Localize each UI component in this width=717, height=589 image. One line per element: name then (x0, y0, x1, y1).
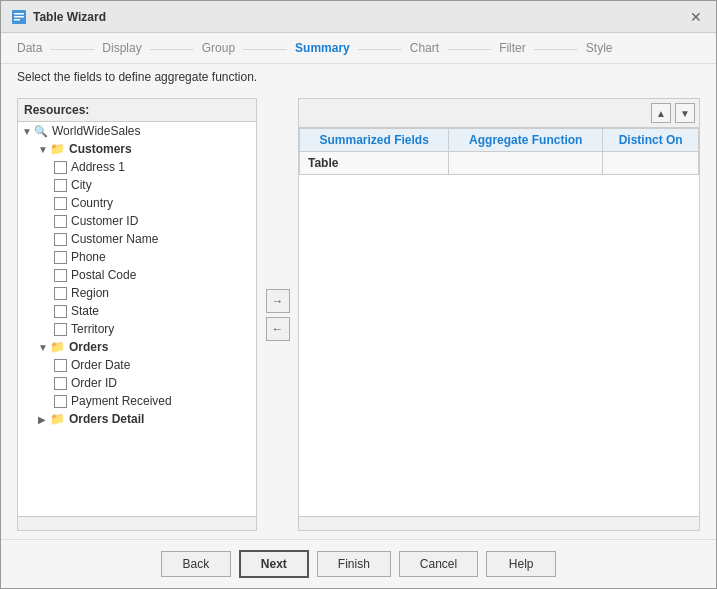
tree-item-phone[interactable]: Phone (18, 248, 256, 266)
checkbox-paymentreceived[interactable] (54, 395, 67, 408)
table-row-agg (449, 152, 603, 175)
tree-label-phone: Phone (71, 250, 106, 264)
summary-table: Summarized Fields Aggregate Function Dis… (299, 128, 699, 175)
subtitle: Select the fields to define aggregate fu… (1, 64, 716, 90)
next-button[interactable]: Next (239, 550, 309, 578)
step-style[interactable]: Style (586, 41, 613, 55)
tree-label-territory: Territory (71, 322, 114, 336)
tree-label-orders: Orders (69, 340, 108, 354)
step-data[interactable]: Data (17, 41, 42, 55)
table-row-group: Table (300, 152, 699, 175)
tree-item-region[interactable]: Region (18, 284, 256, 302)
step-chart[interactable]: Chart (410, 41, 439, 55)
resources-label: Resources: (18, 99, 256, 122)
tree-item-city[interactable]: City (18, 176, 256, 194)
summary-table-container[interactable]: Summarized Fields Aggregate Function Dis… (299, 128, 699, 516)
step-group[interactable]: Group (202, 41, 235, 55)
checkbox-country[interactable] (54, 197, 67, 210)
expand-icon-orders: ▼ (38, 342, 50, 353)
move-right-button[interactable]: → (266, 289, 290, 313)
sep-6: ———— (534, 42, 578, 54)
checkbox-address1[interactable] (54, 161, 67, 174)
tree-item-country[interactable]: Country (18, 194, 256, 212)
sep-3: ———— (243, 42, 287, 54)
help-button[interactable]: Help (486, 551, 556, 577)
tree-item-address1[interactable]: Address 1 (18, 158, 256, 176)
checkbox-state[interactable] (54, 305, 67, 318)
checkbox-customername[interactable] (54, 233, 67, 246)
col-header-summarized-fields: Summarized Fields (300, 129, 449, 152)
folder-icon-ordersdetail: 📁 (50, 412, 65, 426)
move-down-button[interactable]: ▼ (675, 103, 695, 123)
move-up-button[interactable]: ▲ (651, 103, 671, 123)
tree-item-state[interactable]: State (18, 302, 256, 320)
wizard-steps: Data ———— Display ———— Group ———— Summar… (1, 33, 716, 64)
table-wizard-dialog: Table Wizard ✕ Data ———— Display ———— Gr… (0, 0, 717, 589)
button-bar: Back Next Finish Cancel Help (1, 539, 716, 588)
step-summary[interactable]: Summary (295, 41, 350, 55)
tree-container[interactable]: ▼ 🔍 WorldWideSales ▼ 📁 Customers Address… (18, 122, 256, 516)
left-horizontal-scrollbar[interactable] (18, 516, 256, 530)
tree-item-ordersdetail[interactable]: ▶ 📁 Orders Detail (18, 410, 256, 428)
middle-arrows: → ← (265, 98, 290, 531)
right-panel: ▲ ▼ Summarized Fields Aggregate Function… (298, 98, 700, 531)
tree-label-address1: Address 1 (71, 160, 125, 174)
tree-item-customers[interactable]: ▼ 📁 Customers (18, 140, 256, 158)
expand-icon-customers: ▼ (38, 144, 50, 155)
col-header-aggregate-function: Aggregate Function (449, 129, 603, 152)
sep-4: ———— (358, 42, 402, 54)
sep-2: ———— (150, 42, 194, 54)
folder-icon-customers: 📁 (50, 142, 65, 156)
tree-item-orders[interactable]: ▼ 📁 Orders (18, 338, 256, 356)
expand-icon: ▼ (22, 126, 34, 137)
tree-label-orderdate: Order Date (71, 358, 130, 372)
tree-label-customername: Customer Name (71, 232, 158, 246)
checkbox-postalcode[interactable] (54, 269, 67, 282)
close-button[interactable]: ✕ (686, 7, 706, 27)
left-panel: Resources: ▼ 🔍 WorldWideSales ▼ 📁 Custom… (17, 98, 257, 531)
sep-1: ———— (50, 42, 94, 54)
expand-icon-ordersdetail: ▶ (38, 414, 50, 425)
tree-label-customerid: Customer ID (71, 214, 138, 228)
wizard-icon (11, 9, 27, 25)
checkbox-city[interactable] (54, 179, 67, 192)
tree-item-customerid[interactable]: Customer ID (18, 212, 256, 230)
tree-item-territory[interactable]: Territory (18, 320, 256, 338)
search-icon: 🔍 (34, 125, 48, 138)
checkbox-territory[interactable] (54, 323, 67, 336)
tree-item-orderid[interactable]: Order ID (18, 374, 256, 392)
checkbox-orderdate[interactable] (54, 359, 67, 372)
tree-item-worldwidesales[interactable]: ▼ 🔍 WorldWideSales (18, 122, 256, 140)
tree-label-customers: Customers (69, 142, 132, 156)
table-row-label: Table (300, 152, 449, 175)
tree-label-state: State (71, 304, 99, 318)
tree-label-paymentreceived: Payment Received (71, 394, 172, 408)
tree-label-country: Country (71, 196, 113, 210)
tree-label-region: Region (71, 286, 109, 300)
checkbox-region[interactable] (54, 287, 67, 300)
svg-rect-3 (14, 19, 20, 21)
tree-item-paymentreceived[interactable]: Payment Received (18, 392, 256, 410)
svg-rect-2 (14, 16, 24, 18)
title-bar: Table Wizard ✕ (1, 1, 716, 33)
finish-button[interactable]: Finish (317, 551, 391, 577)
move-left-button[interactable]: ← (266, 317, 290, 341)
tree-item-customername[interactable]: Customer Name (18, 230, 256, 248)
sep-5: ———— (447, 42, 491, 54)
cancel-button[interactable]: Cancel (399, 551, 478, 577)
checkbox-orderid[interactable] (54, 377, 67, 390)
svg-rect-1 (14, 13, 24, 15)
right-top-controls: ▲ ▼ (299, 99, 699, 128)
title-bar-left: Table Wizard (11, 9, 106, 25)
step-filter[interactable]: Filter (499, 41, 526, 55)
tree-item-orderdate[interactable]: Order Date (18, 356, 256, 374)
tree-item-postalcode[interactable]: Postal Code (18, 266, 256, 284)
checkbox-customerid[interactable] (54, 215, 67, 228)
back-button[interactable]: Back (161, 551, 231, 577)
folder-icon-orders: 📁 (50, 340, 65, 354)
step-display[interactable]: Display (102, 41, 141, 55)
col-header-distinct-on: Distinct On (603, 129, 699, 152)
right-horizontal-scrollbar[interactable] (299, 516, 699, 530)
checkbox-phone[interactable] (54, 251, 67, 264)
dialog-title: Table Wizard (33, 10, 106, 24)
